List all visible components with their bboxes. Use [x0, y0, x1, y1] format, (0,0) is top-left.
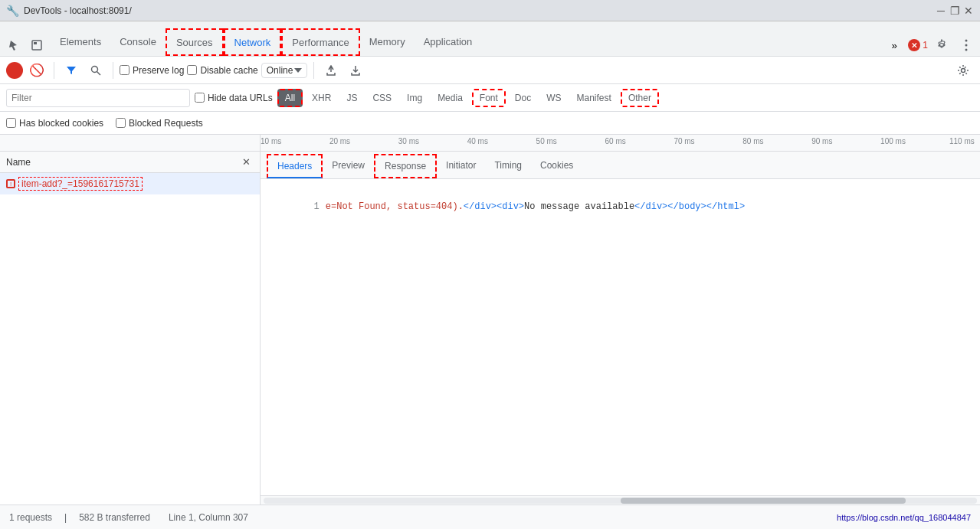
cursor-position: Line 1, Column 307 [169, 512, 248, 523]
timeline-tick: 20 ms [329, 137, 350, 145]
tab-timing[interactable]: Timing [485, 154, 531, 178]
tab-performance[interactable]: Performance [281, 28, 359, 56]
close-detail-button[interactable]: ✕ [238, 155, 254, 170]
tab-application[interactable]: Application [415, 28, 482, 56]
network-settings-button[interactable] [952, 60, 974, 81]
toolbar-separator-2 [113, 62, 113, 79]
disable-cache-checkbox[interactable] [187, 65, 197, 75]
timeline-ticks: 10 ms20 ms30 ms40 ms50 ms60 ms70 ms80 ms… [261, 135, 980, 151]
error-indicator-icon: ! [6, 179, 15, 188]
preserve-log-label[interactable]: Preserve log [120, 65, 184, 76]
title-bar-title: DevTools - localhost:8091/ [24, 5, 936, 16]
clear-button[interactable]: 🚫 [26, 60, 48, 81]
bottom-bar: 1 requests | 582 B transferred Line 1, C… [0, 505, 980, 529]
close-button[interactable]: ✕ [963, 5, 974, 16]
more-tabs-button[interactable]: » [883, 34, 905, 56]
tab-console[interactable]: Console [110, 28, 166, 56]
tab-elements[interactable]: Elements [51, 28, 110, 56]
preserve-log-checkbox[interactable] [120, 65, 129, 75]
search-button[interactable] [85, 60, 107, 81]
table-row[interactable]: ! item-add?_=159616171573​1 [0, 173, 260, 194]
response-no-message: No message available [524, 201, 634, 212]
filter-tag-other[interactable]: Other [621, 89, 659, 107]
filter-tag-font[interactable]: Font [472, 89, 506, 107]
top-tabs-left [3, 34, 48, 56]
timeline-tick: 60 ms [605, 137, 626, 145]
restore-button[interactable]: ❐ [949, 5, 960, 16]
filter-tag-js[interactable]: JS [340, 89, 363, 107]
record-button[interactable] [6, 62, 23, 79]
timeline-label-area [0, 135, 261, 151]
response-html-close-div: </div> [464, 201, 497, 212]
tab-cookies[interactable]: Cookies [531, 154, 582, 178]
filter-tag-manifest[interactable]: Manifest [571, 89, 618, 107]
top-tabs: Elements Console Sources Network Perform… [0, 21, 980, 57]
filter-tag-doc[interactable]: Doc [509, 89, 537, 107]
right-panel: Headers Preview Response Initiator Timin… [261, 152, 980, 505]
minimize-button[interactable]: ─ [936, 5, 946, 16]
svg-point-2 [965, 40, 968, 42]
has-blocked-cookies-label[interactable]: Has blocked cookies [6, 118, 103, 129]
tab-network[interactable]: Network [224, 28, 282, 56]
has-blocked-cookies-checkbox[interactable] [6, 118, 16, 128]
svg-point-3 [965, 44, 968, 47]
request-count: 1 requests [9, 512, 52, 523]
scrollbar-thumb[interactable] [621, 498, 906, 504]
tab-headers[interactable]: Headers [267, 154, 323, 178]
horizontal-scrollbar[interactable] [261, 495, 980, 505]
timeline-tick: 110 ms [949, 137, 975, 145]
throttle-select[interactable]: Online [261, 63, 308, 78]
disable-cache-label[interactable]: Disable cache [187, 65, 257, 76]
request-area: Name ✕ ! item-add?_=159616171573​1 Heade… [0, 152, 980, 505]
filter-input[interactable] [6, 89, 190, 107]
title-bar-controls: ─ ❐ ✕ [936, 5, 974, 16]
error-badge: ✕ 1 [908, 39, 928, 51]
tab-memory[interactable]: Memory [360, 28, 415, 56]
hide-data-urls-checkbox[interactable] [195, 93, 205, 103]
tab-sources[interactable]: Sources [166, 28, 224, 56]
svg-rect-0 [32, 41, 41, 50]
timeline-tick: 10 ms [261, 137, 281, 145]
filter-tag-ws[interactable]: WS [540, 89, 567, 107]
filter-tag-img[interactable]: Img [401, 89, 428, 107]
cursor-icon[interactable] [3, 34, 25, 56]
line-number: 1 [314, 201, 320, 212]
response-html-div: <div> [497, 201, 524, 212]
filter-button[interactable] [61, 60, 82, 81]
svg-point-7 [962, 68, 965, 72]
timeline-header: 10 ms20 ms30 ms40 ms50 ms60 ms70 ms80 ms… [0, 135, 980, 152]
filter-tag-media[interactable]: Media [431, 89, 469, 107]
scrollbar-track[interactable] [264, 498, 977, 504]
filter-tags: All XHR JS CSS Img Media Font Doc WS Man… [277, 89, 659, 107]
blocked-requests-label[interactable]: Blocked Requests [116, 118, 203, 129]
detail-tabs: Headers Preview Response Initiator Timin… [261, 152, 980, 179]
blocked-requests-checkbox[interactable] [116, 118, 126, 128]
tab-initiator[interactable]: Initiator [437, 154, 485, 178]
hide-data-urls-label[interactable]: Hide data URLs [195, 93, 273, 103]
transferred-size: 582 B transferred [79, 512, 150, 523]
filter-tag-xhr[interactable]: XHR [306, 89, 337, 107]
timeline-tick: 90 ms [811, 137, 832, 145]
timeline-tick: 50 ms [536, 137, 557, 145]
inspect-element-icon[interactable] [26, 34, 48, 56]
filter-tag-css[interactable]: CSS [366, 89, 398, 107]
request-name: item-add?_=159616171573​1 [18, 177, 143, 191]
network-toolbar: 🚫 Preserve log Disable cache Online [0, 57, 980, 84]
more-options-button[interactable] [955, 34, 977, 56]
settings-button[interactable] [931, 34, 952, 56]
checkbox-row: Has blocked cookies Blocked Requests [0, 112, 980, 135]
svg-point-4 [965, 49, 968, 51]
response-close-div2: </div> [634, 201, 667, 212]
error-icon: ✕ [908, 39, 920, 51]
filter-tag-all[interactable]: All [277, 89, 303, 107]
svg-point-5 [92, 66, 98, 72]
timeline-tick: 80 ms [742, 137, 763, 145]
bottom-bar-stats: 1 requests | 582 B transferred [9, 512, 150, 523]
export-har-button[interactable] [345, 60, 366, 81]
response-content: 1e=Not Found, status=404).</div><div>No … [261, 179, 980, 495]
filter-row: Hide data URLs All XHR JS CSS Img Media … [0, 84, 980, 112]
blog-link[interactable]: https://blog.csdn.net/qq_168044847 [837, 513, 971, 522]
import-har-button[interactable] [320, 60, 342, 81]
tab-response[interactable]: Response [374, 154, 437, 178]
tab-preview[interactable]: Preview [323, 154, 374, 178]
